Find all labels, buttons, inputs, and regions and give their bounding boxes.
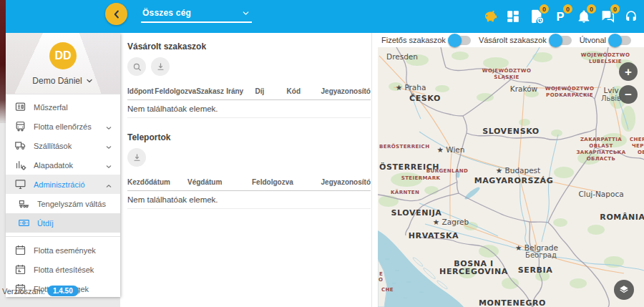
map-label: E (379, 272, 383, 277)
map-label: Львів (601, 95, 621, 103)
map-label: ★ Belgrade (515, 244, 558, 252)
search-button[interactable] (127, 57, 146, 76)
dashboard-icon (14, 101, 26, 113)
sidebar-item-label: Műszerfal (34, 103, 113, 112)
map-toggle-v-s-rolt-szakaszok[interactable]: Vásárolt szakaszok (479, 36, 572, 45)
layers-button[interactable] (614, 280, 634, 300)
piggy-bank-button[interactable] (481, 8, 498, 25)
chevron-down-icon (104, 122, 113, 131)
chart-gear-icon (14, 159, 26, 171)
header-actions: 0P000 (481, 0, 640, 33)
toggle-label: Útvonal (580, 36, 606, 44)
sidebar-item-flotta-ellen-rz-s[interactable]: Flotta ellenőrzés (6, 117, 120, 136)
count-badge: 0 (540, 4, 549, 14)
toggle-label: Fizetős szakaszok (381, 36, 446, 44)
column-header-ir-ny: Irány (226, 87, 255, 95)
download-button[interactable] (127, 148, 146, 167)
count-badge: 0 (563, 4, 572, 14)
sidebar-item-td-j[interactable]: Útdíj (6, 213, 120, 233)
map-toggle-fizet-s-szakaszok[interactable]: Fizetős szakaszok (381, 36, 471, 45)
zoom-in-button[interactable]: + (619, 62, 638, 81)
map-label: HRVATSKA (409, 232, 459, 240)
support-button[interactable] (623, 8, 640, 25)
search-icon (132, 62, 142, 72)
document-pending-button[interactable]: 0 (528, 8, 545, 25)
map-label: ★ Zagreb (433, 218, 469, 226)
download-icon (155, 62, 166, 72)
zoom-out-button[interactable]: − (619, 85, 638, 104)
map-label: WOJEWÓDZTWO (482, 69, 531, 74)
table-header-row: KezdődátumVégdátumFeldolgozvaJegyazonosí… (127, 178, 371, 191)
map-label: CHERNI (630, 137, 644, 142)
messages-button[interactable]: 0 (599, 8, 616, 25)
sidebar-item-adminisztr-ci[interactable]: Adminisztráció (6, 175, 120, 194)
company-select-value: Összes cég (142, 8, 191, 18)
map-label: HERCEGOVINA (439, 268, 508, 276)
calendar-alert-icon (14, 263, 26, 276)
sidebar-item-label: Flotta ellenőrzés (34, 122, 97, 131)
user-name: Demo Dániel (32, 76, 82, 86)
sidebar-item-m-szerfal[interactable]: Műszerfal (6, 97, 120, 117)
user-menu[interactable]: Demo Dániel (6, 76, 120, 86)
map-label: ★ Wien (437, 146, 465, 154)
column-header-id-pont: Időpont (127, 87, 155, 95)
map-label: SERBIA (518, 266, 553, 275)
sidebar-item-label: Tengelyszám váltás (37, 200, 113, 208)
column-header-jegyazonos-t: Jegyazonosító (321, 87, 371, 95)
menu-divider (6, 236, 120, 237)
map-labels: DresdenWOJEWÓDZTWOLUBELSKIEWOJEWÓDZTWOŚL… (378, 47, 644, 307)
section-title: Teleportok (127, 132, 371, 142)
notifications-button[interactable]: 0 (575, 8, 592, 25)
apps-grid-button[interactable] (504, 8, 522, 25)
map-label: BERÖSTERREICH (379, 145, 429, 150)
axle-icon (18, 198, 30, 210)
map-toggle-tvonal[interactable]: Útvonal (580, 36, 631, 45)
column-header-szakasz: Szakasz (196, 87, 226, 95)
map-label: WOJEWÓDZTWO (581, 53, 630, 58)
back-button[interactable] (105, 3, 127, 25)
sidebar-item-alapadatok[interactable]: Alapadatok (6, 155, 120, 175)
chevron-down-icon (241, 9, 250, 18)
apps-grid-icon (505, 9, 521, 24)
map-label: PODKARPACKIE (546, 93, 593, 98)
column-header-feldolgozva: Feldolgozva (252, 178, 315, 186)
download-icon (132, 152, 142, 163)
sidebar-menu: MűszerfalFlotta ellenőrzésSzállításokAla… (6, 94, 120, 297)
sidebar-item-sz-ll-t-sok[interactable]: Szállítások (6, 136, 120, 155)
sidebar-item-label: Flotta értesítések (34, 265, 113, 274)
table-header-row: IdőpontFeldolgozvaSzakaszIrányDíjKódJegy… (127, 87, 371, 100)
toggle-switch[interactable] (550, 36, 572, 45)
monitor-icon (14, 178, 26, 190)
map-canvas[interactable]: DresdenWOJEWÓDZTWOLUBELSKIEWOJEWÓDZTWOŚL… (378, 47, 644, 307)
map-label: OBLAST (589, 144, 613, 149)
company-select[interactable]: Összes cég (141, 6, 252, 23)
toggle-switch[interactable] (610, 36, 631, 45)
sidebar-item-tengelysz-m-v-lt-s[interactable]: Tengelyszám váltás (6, 194, 120, 213)
section-toolbar (127, 57, 371, 76)
map-toggle-bar: Fizetős szakaszokVásárolt szakaszokÚtvon… (378, 33, 644, 47)
map-label: SLOVENIJA (391, 209, 442, 218)
column-header-jegyazonos-t: Jegyazonosító (315, 178, 371, 186)
download-button[interactable] (151, 57, 170, 76)
sidebar-item-flotta-rtes-t-sek[interactable]: Flotta értesítések (6, 260, 120, 279)
support-icon (623, 9, 639, 24)
panel-divider (371, 33, 372, 307)
toll-icon (18, 217, 30, 229)
topbar: Összes cég 0P000 (6, 0, 644, 33)
parking-button[interactable]: P0 (552, 8, 569, 25)
map-label: Београд (525, 252, 557, 260)
section-toolbar (127, 148, 371, 167)
chevron-down-icon (104, 142, 113, 150)
map-label: O (379, 278, 383, 283)
avatar[interactable]: DD (49, 42, 77, 69)
count-badge: 0 (587, 4, 596, 14)
toggle-switch[interactable] (449, 36, 471, 45)
sidebar: DD Demo Dániel MűszerfalFlotta ellenőrzé… (6, 33, 120, 297)
sidebar-item-label: Flotta események (34, 246, 113, 255)
sidebar-item-flotta-esem-nyek[interactable]: Flotta események (6, 240, 120, 260)
map-label: ЗАКАРПАТСЬКА (576, 150, 625, 155)
map-label: ЧЕРН (632, 144, 644, 149)
map-label: WOJEWÓDZTWO (545, 87, 594, 92)
map-label: BOSNA I (454, 260, 494, 268)
column-header-kezd-d-tum: Kezdődátum (127, 178, 187, 186)
